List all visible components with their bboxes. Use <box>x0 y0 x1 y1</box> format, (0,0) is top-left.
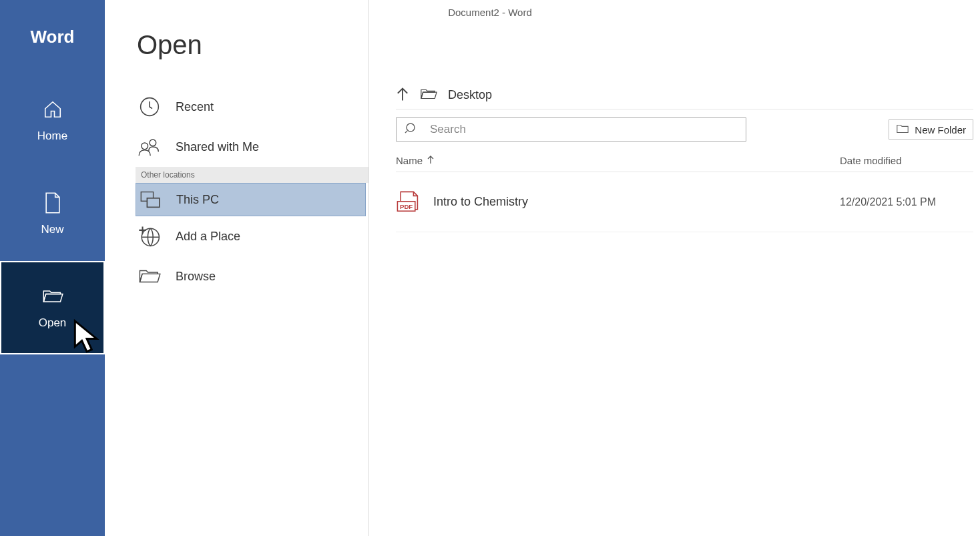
new-folder-icon <box>896 123 909 136</box>
section-other-locations: Other locations <box>136 167 369 183</box>
svg-point-1 <box>150 140 156 146</box>
folder-open-icon <box>42 286 63 307</box>
sort-asc-icon <box>427 155 435 166</box>
globe-plus-icon <box>138 225 161 248</box>
this-pc-icon <box>139 188 162 211</box>
breadcrumb: Desktop <box>396 85 973 109</box>
toolbar: New Folder <box>396 109 973 150</box>
location-this-pc[interactable]: This PC <box>136 183 366 216</box>
location-this-pc-label: This PC <box>176 193 219 207</box>
nav-open[interactable]: Open <box>0 261 105 354</box>
clock-icon <box>138 95 161 118</box>
new-folder-label: New Folder <box>915 124 966 136</box>
svg-point-7 <box>407 123 415 131</box>
up-arrow-icon[interactable] <box>396 86 409 105</box>
nav-home-label: Home <box>37 129 67 143</box>
nav-home[interactable]: Home <box>0 74 105 168</box>
svg-rect-4 <box>147 198 159 208</box>
new-folder-button[interactable]: New Folder <box>889 119 973 140</box>
file-row[interactable]: PDF Intro to Chemistry 12/20/2021 5:01 P… <box>396 172 973 232</box>
column-name[interactable]: Name <box>396 155 840 166</box>
location-add-place[interactable]: Add a Place <box>105 216 369 256</box>
file-modified: 12/20/2021 5:01 PM <box>840 196 973 208</box>
search-box[interactable] <box>396 117 746 142</box>
file-name: Intro to Chemistry <box>433 195 840 209</box>
location-browse[interactable]: Browse <box>105 256 369 296</box>
breadcrumb-folder-icon <box>420 87 437 103</box>
page-title: Open <box>137 30 369 60</box>
svg-point-2 <box>142 143 148 150</box>
nav-new[interactable]: New <box>0 168 105 261</box>
backstage-sidebar: Word Home New Open <box>0 0 105 536</box>
nav-new-label: New <box>41 223 63 236</box>
location-shared-label: Shared with Me <box>176 140 259 154</box>
home-icon <box>42 99 63 120</box>
locations-panel: Open Recent Shared with Me Other locatio… <box>105 0 369 536</box>
search-input[interactable] <box>430 123 738 136</box>
nav-open-label: Open <box>39 316 67 330</box>
file-browser: Desktop New Folder Name <box>369 0 980 536</box>
location-add-place-label: Add a Place <box>176 230 240 244</box>
location-browse-label: Browse <box>176 270 216 284</box>
app-name: Word <box>0 27 105 47</box>
document-icon <box>42 192 63 214</box>
folder-icon <box>138 265 161 288</box>
location-shared[interactable]: Shared with Me <box>105 127 369 167</box>
location-recent[interactable]: Recent <box>105 87 369 127</box>
search-icon <box>405 121 418 138</box>
people-icon <box>138 136 161 158</box>
breadcrumb-current[interactable]: Desktop <box>448 88 492 102</box>
column-date[interactable]: Date modified <box>840 155 973 166</box>
location-recent-label: Recent <box>176 100 214 114</box>
pdf-file-icon: PDF <box>396 191 421 214</box>
column-headers: Name Date modified <box>396 150 973 172</box>
svg-text:PDF: PDF <box>400 202 413 210</box>
